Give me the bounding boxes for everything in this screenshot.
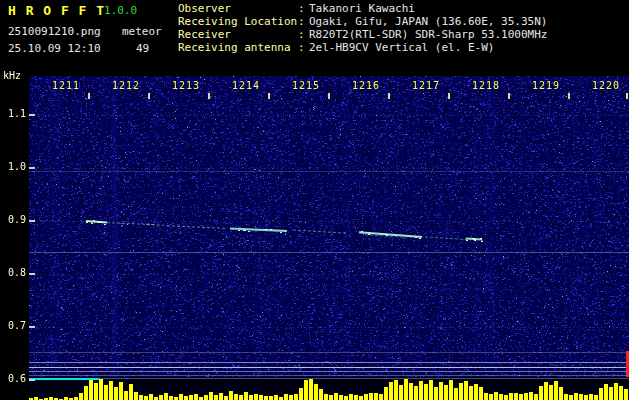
mode-label: meteor (122, 25, 162, 38)
station-info-colon: : (298, 28, 309, 41)
datetime-label: 25.10.09 12:10 (8, 42, 101, 55)
time-tick-mark (148, 93, 150, 99)
station-info-value: 2el-HB9CV Vertical (el. E-W) (309, 41, 494, 54)
frequency-tick-label: 1.0 (0, 161, 26, 172)
time-tick-label: 1211 (52, 80, 80, 91)
app-title: H R O F F T (8, 3, 105, 18)
time-axis: 1211121212131214121512161217121812191220 (29, 76, 629, 106)
station-info-colon: : (298, 41, 309, 54)
time-tick-label: 1212 (112, 80, 140, 91)
frequency-tick-label: 1.1 (0, 108, 26, 119)
time-tick-label: 1216 (352, 80, 380, 91)
hrofft-window: H R O F F T 1.0.0 2510091210.png meteor … (0, 0, 629, 400)
station-info-row: Observer:Takanori Kawachi (178, 2, 547, 15)
time-tick-label: 1213 (172, 80, 200, 91)
time-tick-mark (568, 93, 570, 99)
time-tick-mark (328, 93, 330, 99)
frequency-axis-unit: kHz (3, 70, 21, 81)
frequency-tick-label: 0.7 (0, 320, 26, 331)
station-info-row: Receiving antenna:2el-HB9CV Vertical (el… (178, 41, 547, 54)
output-filename: 2510091210.png (8, 25, 101, 38)
time-tick-mark (388, 93, 390, 99)
frequency-tick-label: 0.6 (0, 373, 26, 384)
time-tick-label: 1218 (472, 80, 500, 91)
station-info-label: Receiving antenna (178, 41, 298, 54)
time-tick-label: 1215 (292, 80, 320, 91)
signal-level-strip (29, 377, 629, 400)
station-info-label: Receiver (178, 28, 298, 41)
time-tick-mark (508, 93, 510, 99)
time-tick-label: 1219 (532, 80, 560, 91)
time-tick-mark (448, 93, 450, 99)
time-tick-label: 1220 (592, 80, 620, 91)
time-tick-mark (208, 93, 210, 99)
time-tick-mark (626, 93, 628, 99)
time-tick-mark (268, 93, 270, 99)
station-info-row: Receiver:R820T2(RTL-SDR) SDR-Sharp 53.10… (178, 28, 547, 41)
station-info-value: Takanori Kawachi (309, 2, 415, 15)
station-info-colon: : (298, 15, 309, 28)
station-info-colon: : (298, 2, 309, 15)
station-info-value: Ogaki, Gifu, JAPAN (136.60E, 35.35N) (309, 15, 547, 28)
station-info-row: Receiving Location:Ogaki, Gifu, JAPAN (1… (178, 15, 547, 28)
station-info-label: Observer (178, 2, 298, 15)
time-tick-label: 1217 (412, 80, 440, 91)
echo-count: 49 (136, 42, 149, 55)
spectrogram-canvas (29, 76, 629, 377)
station-info-value: R820T2(RTL-SDR) SDR-Sharp 53.1000MHz (309, 28, 547, 41)
station-info-label: Receiving Location (178, 15, 298, 28)
time-tick-mark (88, 93, 90, 99)
spectrogram: 1211121212131214121512161217121812191220 (29, 76, 629, 400)
app-version: 1.0.0 (104, 4, 137, 17)
time-tick-label: 1214 (232, 80, 260, 91)
frequency-tick-label: 0.9 (0, 214, 26, 225)
station-info: Observer:Takanori KawachiReceiving Locat… (178, 2, 547, 54)
frequency-tick-label: 0.8 (0, 267, 26, 278)
